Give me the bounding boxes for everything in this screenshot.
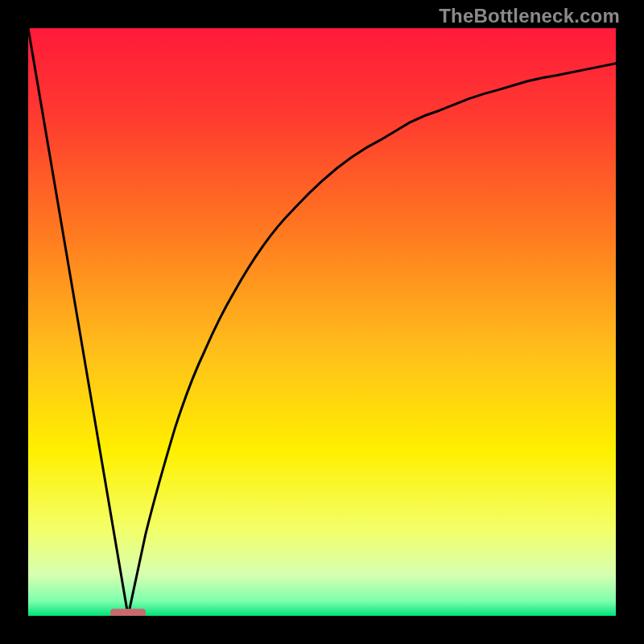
chart-frame: TheBottleneck.com — [0, 0, 644, 644]
gradient-background — [28, 28, 616, 616]
plot-area — [28, 28, 616, 616]
watermark-label: TheBottleneck.com — [439, 5, 620, 27]
optimum-marker — [110, 609, 146, 616]
bottleneck-chart — [28, 28, 616, 616]
